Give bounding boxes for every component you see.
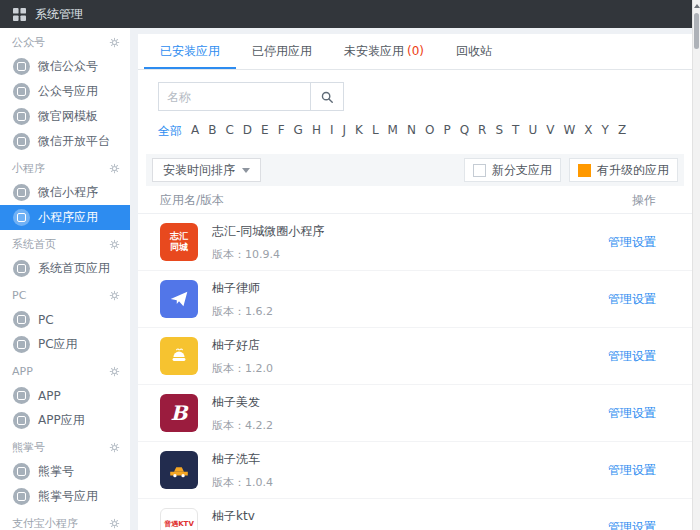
gear-icon[interactable] bbox=[109, 442, 120, 453]
alphabet-letter[interactable]: R bbox=[478, 123, 486, 140]
monitor-icon bbox=[13, 311, 30, 328]
apps-grid-icon bbox=[13, 8, 26, 21]
alphabet-letter[interactable]: N bbox=[407, 123, 416, 140]
gear-icon[interactable] bbox=[109, 37, 120, 48]
sidebar-item-wechat-official-account[interactable]: 微信公众号 bbox=[0, 54, 130, 79]
sidebar-item-system-home-apps[interactable]: 系统首页应用 bbox=[0, 256, 130, 281]
app-version: 版本：1.6.2 bbox=[212, 304, 608, 319]
alphabet-letter[interactable]: U bbox=[528, 123, 537, 140]
table-row: 柚子好店 版本：1.2.0 管理设置 bbox=[138, 328, 692, 385]
manage-settings-link[interactable]: 管理设置 bbox=[608, 462, 656, 479]
alphabet-letter[interactable]: X bbox=[584, 123, 592, 140]
script-b-icon: B bbox=[171, 401, 188, 425]
tab-not-installed-apps[interactable]: 未安装应用(0) bbox=[328, 34, 440, 69]
table-row: 柚子洗车 版本：1.0.4 管理设置 bbox=[138, 442, 692, 499]
sidebar-item-app[interactable]: APP bbox=[0, 383, 130, 408]
alphabet-letter[interactable]: L bbox=[372, 123, 379, 140]
app-icon-hairdressing: B bbox=[160, 394, 198, 432]
alphabet-letter[interactable]: Z bbox=[618, 123, 626, 140]
table-row: 志汇 同城 志汇-同城微圈小程序 版本：10.9.4 管理设置 bbox=[138, 214, 692, 271]
alphabet-letter[interactable]: P bbox=[443, 123, 450, 140]
sidebar-item-label: 系统首页应用 bbox=[38, 260, 110, 277]
manage-settings-link[interactable]: 管理设置 bbox=[608, 234, 656, 251]
section-header: 公众号 bbox=[0, 30, 130, 54]
manage-settings-link[interactable]: 管理设置 bbox=[608, 519, 656, 530]
sidebar-item-app-apps[interactable]: APP应用 bbox=[0, 408, 130, 433]
filter-new-branch-apps[interactable]: 新分支应用 bbox=[464, 158, 561, 182]
section-label: 熊掌号 bbox=[12, 440, 45, 455]
sidebar-item-wechat-miniprogram[interactable]: 微信小程序 bbox=[0, 180, 130, 205]
alphabet-letter[interactable]: C bbox=[225, 123, 233, 140]
alphabet-letter[interactable]: D bbox=[243, 123, 252, 140]
alphabet-letter[interactable]: Y bbox=[602, 123, 609, 140]
manage-settings-link[interactable]: 管理设置 bbox=[608, 291, 656, 308]
alphabet-letter[interactable]: O bbox=[425, 123, 434, 140]
section-label: 系统首页 bbox=[12, 237, 56, 252]
tab-label: 已停用应用 bbox=[252, 44, 312, 58]
sidebar-item-pc-apps[interactable]: PC应用 bbox=[0, 332, 130, 357]
alphabet-letter[interactable]: F bbox=[278, 123, 285, 140]
tab-label: 已安装应用 bbox=[160, 44, 220, 58]
checkbox-new-branch[interactable] bbox=[473, 164, 486, 177]
manage-settings-link[interactable]: 管理设置 bbox=[608, 405, 656, 422]
section-label: 小程序 bbox=[12, 161, 45, 176]
sidebar-item-label: 公众号应用 bbox=[38, 83, 98, 100]
app-list: 志汇 同城 志汇-同城微圈小程序 版本：10.9.4 管理设置 bbox=[138, 214, 692, 530]
search-button[interactable] bbox=[310, 82, 344, 111]
sidebar-item-miniprogram-apps[interactable]: 小程序应用 bbox=[0, 205, 130, 230]
scroll-up-arrow-icon[interactable] bbox=[694, 4, 700, 8]
alphabet-all[interactable]: 全部 bbox=[158, 123, 182, 140]
app-icon-text: 志汇 同城 bbox=[170, 231, 188, 253]
page-title: 系统管理 bbox=[35, 6, 83, 23]
alphabet-letter[interactable]: B bbox=[208, 123, 216, 140]
content-panel: 全部 A B C D E F G H I J K L M N O P bbox=[138, 70, 692, 530]
tab-count-badge: (0) bbox=[407, 44, 424, 58]
tab-recycle-bin[interactable]: 回收站 bbox=[440, 34, 508, 69]
section-header: 系统首页 bbox=[0, 232, 130, 256]
sidebar-section-pc: PC PC PC应用 bbox=[0, 281, 130, 357]
alphabet-letter[interactable]: H bbox=[312, 123, 321, 140]
tab-disabled-apps[interactable]: 已停用应用 bbox=[236, 34, 328, 69]
gear-icon[interactable] bbox=[109, 239, 120, 250]
alphabet-letter[interactable]: I bbox=[330, 123, 334, 140]
scrollbar-thumb[interactable] bbox=[694, 13, 699, 49]
sidebar-item-pc[interactable]: PC bbox=[0, 307, 130, 332]
paw-icon bbox=[13, 463, 30, 480]
alphabet-letter[interactable]: W bbox=[563, 123, 575, 140]
tab-installed-apps[interactable]: 已安装应用 bbox=[144, 34, 236, 69]
sidebar-item-label: APP bbox=[38, 389, 61, 403]
sidebar-item-official-account-apps[interactable]: 公众号应用 bbox=[0, 79, 130, 104]
alphabet-letter[interactable]: J bbox=[342, 123, 346, 140]
sort-dropdown[interactable]: 安装时间排序 bbox=[152, 158, 261, 182]
alphabet-letter[interactable]: E bbox=[261, 123, 269, 140]
gear-icon[interactable] bbox=[109, 163, 120, 174]
sidebar-item-micro-site-template[interactable]: 微官网模板 bbox=[0, 104, 130, 129]
gear-icon[interactable] bbox=[109, 518, 120, 529]
manage-settings-link[interactable]: 管理设置 bbox=[608, 348, 656, 365]
alphabet-letter[interactable]: M bbox=[388, 123, 398, 140]
gear-icon[interactable] bbox=[109, 366, 120, 377]
section-header: 小程序 bbox=[0, 156, 130, 180]
alphabet-letter[interactable]: T bbox=[512, 123, 519, 140]
gear-icon[interactable] bbox=[109, 290, 120, 301]
alphabet-letter[interactable]: K bbox=[355, 123, 363, 140]
phone-icon bbox=[13, 387, 30, 404]
alphabet-letter[interactable]: Q bbox=[460, 123, 469, 140]
alphabet-letter[interactable]: V bbox=[546, 123, 554, 140]
alphabet-letter[interactable]: G bbox=[294, 123, 303, 140]
main-area: 已安装应用 已停用应用 未安装应用(0) 回收站 bbox=[130, 28, 692, 530]
alphabet-letter[interactable]: A bbox=[191, 123, 199, 140]
sidebar-item-label: 微官网模板 bbox=[38, 108, 98, 125]
sidebar-item-bear-paw-apps[interactable]: 熊掌号应用 bbox=[0, 484, 130, 509]
filter-upgradable-apps[interactable]: 有升级的应用 bbox=[569, 158, 678, 182]
alphabet-letter[interactable]: S bbox=[495, 123, 503, 140]
app-version: 版本：10.9.4 bbox=[212, 247, 608, 262]
sidebar-item-wechat-open-platform[interactable]: 微信开放平台 bbox=[0, 129, 130, 154]
search-input[interactable] bbox=[158, 82, 310, 111]
search-row bbox=[138, 70, 692, 111]
scrollbar[interactable] bbox=[692, 0, 700, 530]
app-icon-zhihui: 志汇 同城 bbox=[160, 223, 198, 261]
checkbox-upgradable[interactable] bbox=[578, 164, 591, 177]
sidebar-item-bear-paw[interactable]: 熊掌号 bbox=[0, 459, 130, 484]
miniprogram-icon bbox=[13, 184, 30, 201]
